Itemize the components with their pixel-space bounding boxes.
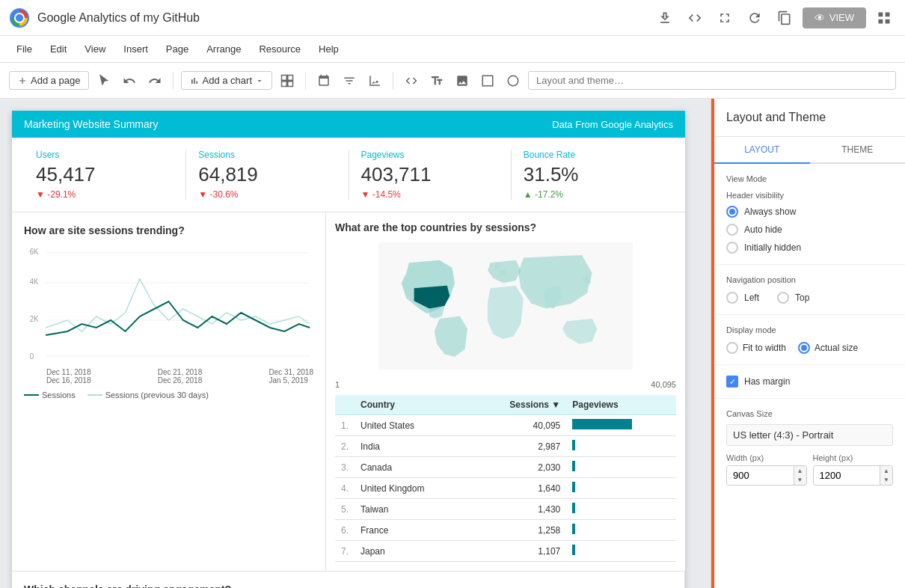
- code-icon[interactable]: [683, 6, 707, 30]
- svg-rect-6: [288, 81, 293, 86]
- download-icon[interactable]: [653, 6, 677, 30]
- divider-2: [305, 72, 306, 90]
- right-panel: Layout and Theme LAYOUT THEME View Mode …: [711, 99, 905, 588]
- row-pageviews: [566, 415, 676, 436]
- view-mode-section: View Mode Header visibility Always show …: [714, 164, 905, 265]
- copy-icon[interactable]: [773, 6, 797, 30]
- metrics-row: Users 45,417 ▼ -29.1% Sessions 64,819 ▼ …: [12, 138, 685, 212]
- add-page-button[interactable]: Add a page: [9, 71, 89, 90]
- tab-layout[interactable]: LAYOUT: [714, 137, 810, 164]
- height-label: Height (px): [813, 453, 894, 462]
- redo-icon[interactable]: [144, 70, 165, 91]
- table-row: 5. Taiwan 1,430: [335, 499, 676, 520]
- radio-left[interactable]: Left: [726, 292, 759, 304]
- menu-insert[interactable]: Insert: [116, 40, 156, 58]
- menu-help[interactable]: Help: [311, 40, 346, 58]
- menu-page[interactable]: Page: [159, 40, 196, 58]
- radio-actual-size[interactable]: Actual size: [798, 342, 858, 354]
- chart-icon[interactable]: [364, 70, 385, 91]
- filter-icon[interactable]: [339, 70, 360, 91]
- row-country: India: [355, 436, 470, 457]
- top-bar: Google Analytics of my GitHub 👁 VIEW: [0, 0, 905, 36]
- col-sessions[interactable]: Sessions ▼: [470, 395, 566, 415]
- row-sessions: 1,640: [470, 478, 566, 499]
- panel-title: Layout and Theme: [714, 99, 905, 137]
- radio-initially-hidden[interactable]: Initially hidden: [726, 242, 893, 254]
- svg-text:4K: 4K: [30, 278, 39, 286]
- menu-bar: File Edit View Insert Page Arrange Resou…: [0, 36, 905, 63]
- circle-icon[interactable]: [503, 70, 524, 91]
- map-scale: 1 40,095: [335, 380, 676, 389]
- sessions-chart-section: How are site sessions trending? 6K 4K 2K…: [12, 212, 326, 571]
- has-margin-box: [726, 376, 738, 388]
- col-country-name[interactable]: Country: [355, 395, 470, 415]
- embed-icon[interactable]: [401, 70, 422, 91]
- col-country: [335, 395, 355, 415]
- svg-text:6K: 6K: [30, 248, 39, 256]
- shape-icon[interactable]: [477, 70, 498, 91]
- row-pageviews: [566, 436, 676, 457]
- canvas-size-preset[interactable]: US letter (4:3) - Portrait: [726, 424, 893, 446]
- menu-arrange[interactable]: Arrange: [199, 40, 248, 58]
- display-mode-options: Fit to width Actual size: [726, 342, 893, 354]
- country-table: Country Sessions ▼ Pageviews 1. United S…: [335, 395, 676, 562]
- add-chart-button[interactable]: Add a chart: [181, 71, 273, 90]
- radio-fit-width[interactable]: Fit to width: [726, 342, 786, 354]
- row-pageviews: [566, 520, 676, 541]
- menu-resource[interactable]: Resource: [251, 40, 308, 58]
- report-header: Marketing Website Summary Data From Goog…: [12, 111, 685, 138]
- metric-bounce-value: 31.5%: [524, 163, 661, 186]
- has-margin-checkbox[interactable]: Has margin: [726, 376, 893, 388]
- radio-top[interactable]: Top: [777, 292, 809, 304]
- width-up[interactable]: ▲: [794, 466, 806, 476]
- search-input[interactable]: [528, 71, 896, 90]
- metric-sessions-value: 64,819: [198, 163, 336, 186]
- metric-pageviews-label: Pageviews: [361, 150, 499, 160]
- table-row: 1. United States 40,095: [335, 415, 676, 436]
- menu-edit[interactable]: Edit: [43, 40, 74, 58]
- svg-point-8: [508, 76, 518, 86]
- metric-users-value: 45,417: [36, 163, 174, 186]
- width-input[interactable]: [727, 466, 794, 485]
- menu-file[interactable]: File: [9, 40, 40, 58]
- width-down[interactable]: ▼: [794, 476, 806, 486]
- metric-bounce-change: ▲ -17.2%: [524, 189, 661, 200]
- nav-position-title: Navigation position: [726, 275, 893, 284]
- height-input[interactable]: [814, 466, 880, 485]
- menu-view[interactable]: View: [77, 40, 113, 58]
- row-num: 2.: [335, 436, 355, 457]
- height-down[interactable]: ▼: [880, 476, 892, 486]
- undo-icon[interactable]: [119, 70, 140, 91]
- col-pageviews[interactable]: Pageviews: [566, 395, 676, 415]
- svg-rect-5: [282, 81, 287, 86]
- radio-auto-hide[interactable]: Auto hide: [726, 224, 893, 236]
- tab-theme[interactable]: THEME: [810, 137, 906, 162]
- row-num: 5.: [335, 499, 355, 520]
- table-row: 3. Canada 2,030: [335, 457, 676, 478]
- text-icon[interactable]: [426, 70, 447, 91]
- divider-1: [173, 72, 174, 90]
- display-mode-title: Display mode: [726, 325, 893, 334]
- refresh-icon[interactable]: [743, 6, 767, 30]
- calendar-icon[interactable]: [313, 70, 334, 91]
- canvas-area: Marketing Website Summary Data From Goog…: [0, 99, 711, 588]
- view-button[interactable]: 👁 VIEW: [803, 7, 866, 28]
- panel-tabs: LAYOUT THEME: [714, 137, 905, 164]
- grid-icon[interactable]: [872, 6, 896, 30]
- row-sessions: 2,030: [470, 457, 566, 478]
- image-icon[interactable]: [452, 70, 473, 91]
- fullscreen-icon[interactable]: [713, 6, 737, 30]
- row-sessions: 1,258: [470, 520, 566, 541]
- svg-text:2K: 2K: [30, 315, 39, 323]
- cursor-tool[interactable]: [93, 70, 114, 91]
- row-num: 4.: [335, 478, 355, 499]
- line-chart-labels: Dec 11, 2018 Dec 16, 2018 Dec 21, 2018 D…: [24, 368, 313, 385]
- row-country: Japan: [355, 541, 470, 562]
- height-up[interactable]: ▲: [880, 466, 892, 476]
- row-pageviews: [566, 478, 676, 499]
- component-icon[interactable]: [277, 70, 298, 91]
- metric-pageviews-change: ▼ -14.5%: [361, 189, 499, 200]
- orange-accent-bar: [711, 99, 714, 588]
- radio-always-show[interactable]: Always show: [726, 206, 893, 218]
- svg-point-2: [16, 14, 23, 22]
